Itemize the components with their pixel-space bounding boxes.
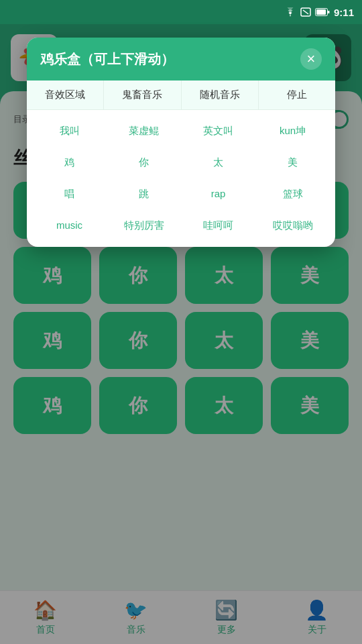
overlay-header: 鸡乐盒（可上下滑动） × — [27, 38, 335, 80]
overlay-title: 鸡乐盒（可上下滑动） — [40, 50, 174, 68]
sound-btn-6[interactable]: 太 — [181, 147, 255, 178]
sound-btn-1[interactable]: 菜虚鲲 — [107, 115, 181, 147]
sound-btn-9[interactable]: 跳 — [107, 178, 181, 210]
sound-btn-14[interactable]: 哇呵呵 — [181, 210, 255, 241]
sound-btn-8[interactable]: 唱 — [32, 178, 107, 210]
sound-btn-2[interactable]: 英文叫 — [181, 115, 255, 147]
sound-btn-13[interactable]: 特别厉害 — [107, 210, 181, 241]
tab-ghost-music[interactable]: 鬼畜音乐 — [104, 80, 181, 109]
status-time: 9:11 — [334, 7, 354, 18]
sound-btn-4[interactable]: 鸡 — [32, 147, 107, 178]
sound-btn-0[interactable]: 我叫 — [32, 115, 107, 147]
overlay-tabs: 音效区域 鬼畜音乐 随机音乐 停止 — [27, 80, 335, 110]
no-sim-icon — [300, 7, 311, 17]
sound-btn-11[interactable]: 篮球 — [255, 178, 330, 210]
sound-btn-7[interactable]: 美 — [255, 147, 330, 178]
svg-rect-3 — [316, 9, 326, 15]
battery-icon — [315, 8, 330, 16]
close-button[interactable]: × — [300, 48, 322, 70]
status-bar: 9:11 — [0, 0, 362, 24]
tab-random-music[interactable]: 随机音乐 — [182, 80, 259, 109]
wifi-icon — [284, 7, 296, 17]
sound-btn-5[interactable]: 你 — [107, 147, 181, 178]
sound-btn-10[interactable]: rap — [181, 178, 255, 210]
sound-grid: 我叫 菜虚鲲 英文叫 kun坤 鸡 你 太 美 唱 跳 rap 篮球 music… — [27, 110, 335, 247]
sound-btn-3[interactable]: kun坤 — [255, 115, 330, 147]
tab-sound-effects[interactable]: 音效区域 — [27, 80, 104, 109]
tab-stop[interactable]: 停止 — [259, 80, 335, 109]
overlay-panel: 鸡乐盒（可上下滑动） × 音效区域 鬼畜音乐 随机音乐 停止 我叫 菜虚鲲 英文… — [27, 38, 335, 247]
status-icons: 9:11 — [284, 7, 354, 18]
overlay-backdrop: 鸡乐盒（可上下滑动） × 音效区域 鬼畜音乐 随机音乐 停止 我叫 菜虚鲲 英文… — [0, 24, 362, 644]
sound-btn-12[interactable]: music — [32, 210, 107, 241]
svg-line-1 — [303, 10, 308, 14]
sound-btn-15[interactable]: 哎哎嗡哟 — [255, 210, 330, 241]
svg-rect-4 — [328, 11, 330, 13]
